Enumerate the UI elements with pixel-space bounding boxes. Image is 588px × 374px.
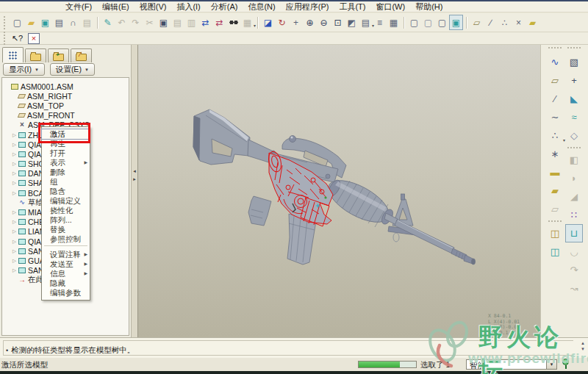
expander-icon[interactable]: ▷ xyxy=(12,180,18,186)
pattern-tool-icon[interactable]: ∷ ▾ xyxy=(565,206,583,224)
menu-analysis[interactable]: 分析(A) xyxy=(206,1,243,12)
show-button[interactable]: 显示(I)▼ xyxy=(3,63,45,76)
paste-special-icon[interactable]: ▥ ▾ xyxy=(184,15,198,30)
sweep-tool-icon[interactable]: ◣ ▾ xyxy=(565,90,583,108)
context-menu-item[interactable]: ▶ xyxy=(44,245,87,248)
paste-icon[interactable]: ▤ ▾ xyxy=(171,15,184,30)
toolbar-icon[interactable]: ▾ xyxy=(547,218,563,224)
csys-tool-icon[interactable]: ∗ ▾ xyxy=(546,145,564,163)
rifle-model[interactable] xyxy=(193,109,476,265)
toolbar-icon[interactable]: ▾ xyxy=(401,15,407,30)
undo-icon[interactable]: ↶ ▾ xyxy=(115,15,129,30)
expander-icon[interactable]: ▷ xyxy=(12,190,18,196)
no-hidden-display-icon[interactable]: ▢ ▾ xyxy=(435,15,449,30)
expander-icon[interactable]: ▷ xyxy=(12,229,18,234)
menu-item-pattern[interactable]: 阵列... ▶ xyxy=(42,215,90,225)
save-icon[interactable]: ▣ ▾ xyxy=(38,15,52,30)
tab-folder-browser[interactable] xyxy=(25,48,46,62)
scroll-down-icon[interactable]: ▼ xyxy=(581,347,585,351)
expander-icon[interactable]: ▷ xyxy=(12,267,18,273)
menu-item-send-to[interactable]: 发送至 ▶ xyxy=(42,259,90,269)
menu-item-representation[interactable]: 表示 ▶ xyxy=(42,158,90,168)
create-component-icon[interactable]: ◫ ▾ xyxy=(546,242,564,261)
open-file-icon[interactable]: ▰ ▾ xyxy=(24,15,38,30)
refit-icon[interactable]: ⊡ ▾ xyxy=(331,15,345,30)
datum-curve-tool-icon[interactable]: ∼ ▾ xyxy=(546,108,564,126)
update-screen-icon[interactable]: ⇄ ▾ xyxy=(198,15,212,30)
menu-item-suppress[interactable]: 隐含 ▶ xyxy=(42,187,90,196)
menu-item-delete[interactable]: 删除 ▶ xyxy=(42,168,90,177)
pan-icon[interactable]: + ▾ xyxy=(289,15,303,30)
redo-icon[interactable]: ↷ ▾ xyxy=(129,15,143,30)
filter-icon[interactable] xyxy=(562,359,570,370)
print-preview-icon[interactable]: ▤ ▾ xyxy=(80,15,94,30)
csys-toggle-icon[interactable]: × ▾ xyxy=(512,15,526,30)
menu-item-replace[interactable]: 替换 ▶ xyxy=(42,225,90,234)
menu-tools[interactable]: 工具(T) xyxy=(334,1,370,12)
print-icon[interactable]: ▤ ▾ xyxy=(52,15,66,30)
collapse-left-icon[interactable]: ◂ xyxy=(133,168,136,173)
menu-item-setup-note[interactable]: 设置注释 ▶ xyxy=(42,250,90,259)
toolbar-icon[interactable]: ▾ xyxy=(254,15,261,30)
select-box-icon[interactable]: ▦ ▾ xyxy=(240,15,254,30)
zoom-out-icon[interactable]: ⊖ ▾ xyxy=(317,15,331,30)
spin-center-icon[interactable]: ↻ ▾ xyxy=(275,15,289,30)
menu-item-edit-definition[interactable]: 编辑定义 ▶ xyxy=(42,196,90,206)
expander-icon[interactable]: ▷ xyxy=(12,239,18,245)
style-tool-icon[interactable]: ◇ ▾ xyxy=(565,126,583,145)
datum-axis-tool-icon[interactable]: ∕ ▾ xyxy=(546,90,564,108)
display-settings-icon[interactable]: ◪ ▾ xyxy=(261,15,275,30)
rib-tool-icon[interactable]: ◡ ▾ xyxy=(565,242,583,261)
sketch-tool-icon[interactable]: ∿ ▾ xyxy=(546,53,564,71)
datum-axes-toggle-icon[interactable]: ∕ ▾ xyxy=(484,15,498,30)
tab-model-tree[interactable] xyxy=(2,47,24,62)
tree-row-asm-right[interactable]: ▷ ASM_RIGHT xyxy=(2,91,129,101)
datum-planes-toggle-icon[interactable]: ▱ ▾ xyxy=(470,15,484,30)
revolve-tool-icon[interactable]: + ▾ xyxy=(565,71,583,90)
expander-icon[interactable]: ▷ xyxy=(12,151,18,157)
new-file-icon[interactable]: ▢ ▾ xyxy=(10,15,24,30)
chamfer-tool-icon[interactable]: ◢ ▾ xyxy=(565,187,583,206)
scroll-up-icon[interactable]: ▲ xyxy=(581,341,585,345)
zoom-in-icon[interactable]: ⊕ ▾ xyxy=(303,15,317,30)
hidden-line-display-icon[interactable]: ▢ ▾ xyxy=(421,15,435,30)
expander-icon[interactable]: ▷ xyxy=(12,161,18,167)
view-manager-icon[interactable]: ▦ ▾ xyxy=(387,15,401,30)
settings-button[interactable]: 设置(E)▼ xyxy=(50,63,95,76)
menu-applications[interactable]: 应用程序(P) xyxy=(281,1,334,12)
graphics-viewport[interactable]: X 84-0.1L X(4)-0.013 X(8)-0.014X -0.1 xyxy=(137,45,540,337)
menu-item-hide[interactable]: 隐藏 ▶ xyxy=(42,278,90,288)
toolbar-icon[interactable]: ▾ xyxy=(463,15,470,30)
toolbar-grip[interactable] xyxy=(548,47,562,51)
model-player-icon[interactable]: ∩ ▾ xyxy=(66,15,80,30)
copy-geometry-icon[interactable]: ▱ ▾ xyxy=(546,200,564,218)
annotation-tool-icon[interactable]: ▰ ▾ xyxy=(546,181,564,200)
orient-icon[interactable]: ◩ ▾ xyxy=(345,15,359,30)
extrude-tool-icon[interactable]: ▧ ▾ xyxy=(565,53,583,71)
offset-tool-icon[interactable]: ↝ ▾ xyxy=(565,279,583,298)
expander-icon[interactable]: ▷ xyxy=(12,142,18,148)
toolbar-icon[interactable]: ▾ xyxy=(566,145,582,151)
copy-icon[interactable]: ▣ ▾ xyxy=(157,15,171,30)
menu-info[interactable]: 信息(N) xyxy=(243,1,280,12)
annotations-toggle-icon[interactable]: ▰ ▾ xyxy=(526,15,539,30)
menu-item-edit-parameters[interactable]: 编辑参数 ▶ xyxy=(42,288,90,298)
find-icon[interactable]: ▾ xyxy=(226,15,240,30)
menu-item-reference-control[interactable]: 参照控制 ▶ xyxy=(42,234,90,244)
tree-row-asm-top[interactable]: ▷ ASM_TOP xyxy=(2,101,129,110)
tab-favorites[interactable] xyxy=(48,48,69,62)
toolbar-grip[interactable] xyxy=(4,16,7,29)
assemble-component-icon[interactable]: ◫ ▾ xyxy=(546,224,564,242)
regenerate-icon[interactable]: ⇄ ▾ xyxy=(212,15,226,30)
menu-item-group[interactable]: 组 ▶ xyxy=(42,177,90,187)
saved-views-icon[interactable]: ▤ ▾ xyxy=(359,15,373,30)
analysis-tool-icon[interactable]: ▬ ▾ xyxy=(546,163,564,181)
menu-item-open[interactable]: 打开 ▶ xyxy=(42,148,90,158)
menu-window[interactable]: 窗口(W) xyxy=(370,1,410,12)
expander-icon[interactable]: ▷ xyxy=(12,258,18,264)
chevron-down-icon[interactable]: ▼ xyxy=(546,360,556,369)
menu-insert[interactable]: 插入(I) xyxy=(171,1,205,12)
expander-icon[interactable]: ▷ xyxy=(12,209,18,215)
wireframe-display-icon[interactable]: ▢ ▾ xyxy=(407,15,421,30)
blend-tool-icon[interactable]: ≈ ▾ xyxy=(565,108,583,126)
